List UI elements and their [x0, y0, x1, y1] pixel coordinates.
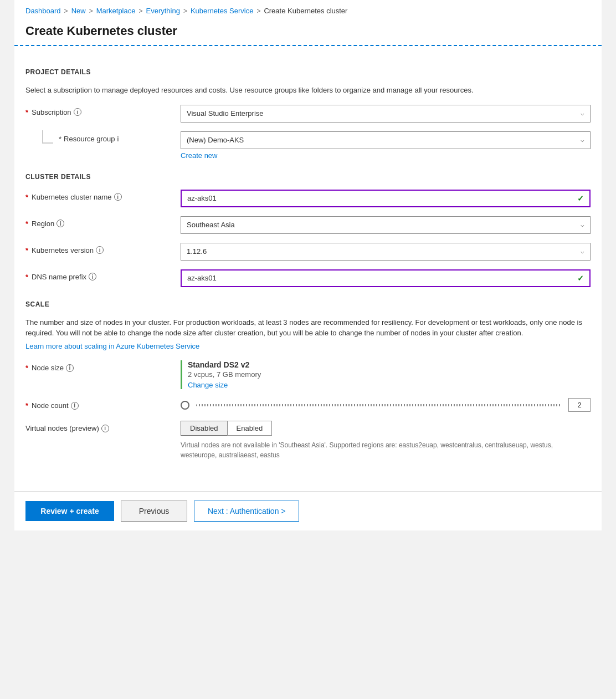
page-title: Create Kubernetes cluster	[14, 19, 602, 46]
subscription-chevron-icon: ⌵	[581, 110, 584, 117]
node-size-title: Standard DS2 v2	[188, 360, 591, 369]
region-required: *	[25, 220, 28, 228]
dns-prefix-control: az-aks01 ✓	[181, 269, 591, 287]
node-size-info-icon[interactable]: i	[66, 364, 74, 372]
dns-prefix-input-display: az-aks01 ✓	[181, 269, 591, 287]
dns-prefix-check-icon: ✓	[577, 274, 584, 283]
k8s-version-label: * Kubernetes version i	[25, 243, 181, 254]
resource-group-dropdown[interactable]: (New) Demo-AKS ⌵	[181, 131, 591, 149]
region-dropdown[interactable]: Southeast Asia ⌵	[181, 216, 591, 234]
rg-required: *	[59, 135, 61, 143]
node-size-required: *	[25, 364, 28, 372]
node-count-control: 2	[181, 398, 591, 412]
subscription-required: *	[25, 108, 28, 116]
breadcrumb-current: Create Kubernetes cluster	[264, 7, 347, 15]
cluster-name-check-icon: ✓	[577, 194, 584, 203]
breadcrumb-sep-2: >	[89, 7, 93, 15]
k8s-version-row: * Kubernetes version i 1.12.6 ⌵	[25, 243, 591, 261]
breadcrumb-new[interactable]: New	[71, 7, 86, 15]
breadcrumb-marketplace[interactable]: Marketplace	[96, 7, 136, 15]
rg-control: (New) Demo-AKS ⌵ Create new	[181, 131, 591, 160]
region-control: Southeast Asia ⌵	[181, 216, 591, 234]
dns-prefix-info-icon[interactable]: i	[89, 273, 96, 280]
dns-prefix-required: *	[25, 273, 28, 281]
region-info-icon[interactable]: i	[57, 220, 64, 227]
change-size-link[interactable]: Change size	[188, 381, 228, 389]
node-size-control: Standard DS2 v2 2 vcpus, 7 GB memory Cha…	[181, 360, 591, 389]
dns-prefix-label: * DNS name prefix i	[25, 269, 181, 281]
breadcrumb-sep-3: >	[138, 7, 142, 15]
subscription-info-icon[interactable]: i	[74, 108, 81, 116]
section-cluster-details: CLUSTER DETAILS	[25, 173, 591, 181]
virtual-nodes-disabled-btn[interactable]: Disabled	[181, 421, 227, 436]
cluster-name-row: * Kubernetes cluster name i az-aks01 ✓	[25, 190, 591, 207]
virtual-nodes-info-icon[interactable]: i	[101, 425, 109, 432]
cluster-name-input-display: az-aks01 ✓	[181, 190, 591, 207]
dns-prefix-row: * DNS name prefix i az-aks01 ✓	[25, 269, 591, 287]
indent-visual	[42, 130, 53, 144]
region-row: * Region i Southeast Asia ⌵	[25, 216, 591, 234]
section-scale: SCALE	[25, 300, 591, 308]
node-count-required: *	[25, 401, 28, 410]
project-details-desc: Select a subscription to manage deployed…	[25, 85, 591, 96]
k8s-version-control: 1.12.6 ⌵	[181, 243, 591, 261]
cluster-name-label: * Kubernetes cluster name i	[25, 190, 181, 201]
node-size-row: * Node size i Standard DS2 v2 2 vcpus, 7…	[25, 360, 591, 389]
cluster-name-required: *	[25, 193, 28, 201]
virtual-nodes-note: Virtual nodes are not available in 'Sout…	[181, 440, 591, 460]
virtual-nodes-row: Virtual nodes (preview) i Disabled Enabl…	[25, 421, 591, 460]
learn-more-link[interactable]: Learn more about scaling in Azure Kubern…	[25, 341, 199, 352]
slider-wrap: 2	[181, 398, 591, 412]
subscription-label: * Subscription i	[25, 105, 181, 116]
region-chevron-icon: ⌵	[581, 221, 584, 228]
breadcrumb-sep-5: >	[256, 7, 260, 15]
subscription-row: * Subscription i Visual Studio Enterpris…	[25, 105, 591, 123]
breadcrumb-kubernetes-service[interactable]: Kubernetes Service	[191, 7, 253, 15]
previous-button[interactable]: Previous	[121, 501, 187, 522]
virtual-nodes-label: Virtual nodes (preview) i	[25, 421, 181, 432]
resource-group-label: * Resource group i	[25, 131, 181, 144]
k8s-version-info-icon[interactable]: i	[96, 246, 104, 254]
slider-thumb[interactable]	[181, 401, 189, 410]
k8s-version-chevron-icon: ⌵	[581, 248, 584, 255]
rg-chevron-icon: ⌵	[581, 136, 584, 144]
cluster-name-info-icon[interactable]: i	[114, 193, 122, 201]
review-create-button[interactable]: Review + create	[25, 501, 114, 521]
node-count-value: 2	[568, 398, 591, 412]
subscription-dropdown[interactable]: Visual Studio Enterprise ⌵	[181, 105, 591, 123]
breadcrumb: Dashboard > New > Marketplace > Everythi…	[14, 0, 602, 19]
create-new-link[interactable]: Create new	[181, 151, 217, 160]
next-button[interactable]: Next : Authentication >	[194, 501, 299, 522]
cluster-name-control: az-aks01 ✓	[181, 190, 591, 207]
resource-group-row: * Resource group i (New) Demo-AKS ⌵ Crea…	[25, 131, 591, 160]
subscription-control: Visual Studio Enterprise ⌵	[181, 105, 591, 123]
slider-track[interactable]	[196, 404, 562, 406]
node-count-label: * Node count i	[25, 398, 181, 410]
node-size-label: * Node size i	[25, 360, 181, 372]
scale-desc: The number and size of nodes in your clu…	[25, 317, 591, 352]
node-size-block: Standard DS2 v2 2 vcpus, 7 GB memory Cha…	[181, 360, 591, 389]
virtual-nodes-enabled-btn[interactable]: Enabled	[227, 421, 273, 436]
virtual-nodes-toggle: Disabled Enabled	[181, 421, 591, 436]
k8s-version-required: *	[25, 246, 28, 254]
footer: Review + create Previous Next : Authenti…	[14, 491, 602, 530]
rg-info-icon[interactable]: i	[117, 135, 119, 143]
breadcrumb-dashboard[interactable]: Dashboard	[25, 7, 61, 15]
region-label: * Region i	[25, 216, 181, 228]
node-count-info-icon[interactable]: i	[71, 402, 79, 410]
node-size-specs: 2 vcpus, 7 GB memory	[188, 370, 591, 379]
k8s-version-dropdown[interactable]: 1.12.6 ⌵	[181, 243, 591, 261]
breadcrumb-sep-1: >	[64, 7, 68, 15]
breadcrumb-sep-4: >	[183, 7, 187, 15]
node-count-row: * Node count i 2	[25, 398, 591, 412]
section-project-details: PROJECT DETAILS	[25, 68, 591, 76]
virtual-nodes-control: Disabled Enabled Virtual nodes are not a…	[181, 421, 591, 460]
breadcrumb-everything[interactable]: Everything	[146, 7, 179, 15]
